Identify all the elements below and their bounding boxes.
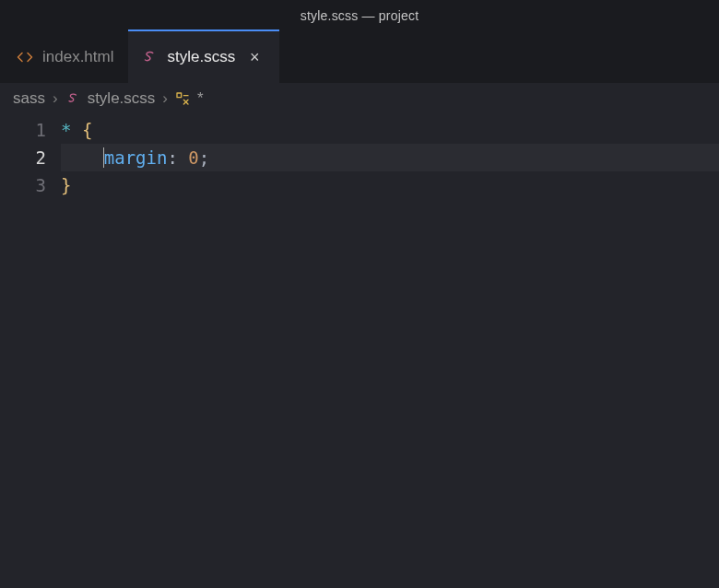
line-number: 3: [0, 171, 46, 199]
code-token: 0: [188, 147, 198, 168]
breadcrumb: sass › style.scss › *: [0, 83, 719, 114]
editor-gutter: 123: [0, 114, 61, 588]
tab-index-html[interactable]: index.html: [4, 31, 128, 83]
sass-icon: [141, 49, 158, 65]
code-token: [71, 120, 81, 140]
code-token: [61, 147, 103, 168]
breadcrumb-item-folder[interactable]: sass: [13, 89, 45, 108]
tab-label: style.scss: [167, 48, 235, 66]
tab-label: index.html: [42, 48, 113, 66]
code-token: }: [61, 175, 71, 195]
window-title: style.scss — project: [301, 8, 418, 23]
line-number: 2: [0, 144, 46, 171]
breadcrumb-label: style.scss: [88, 89, 156, 108]
code-editor[interactable]: 123 * { margin: 0;}: [0, 114, 719, 588]
code-token: :: [167, 147, 188, 168]
chevron-right-icon: ›: [51, 89, 60, 108]
code-token: margin: [104, 147, 168, 168]
sass-icon: [65, 91, 80, 106]
window-titlebar: style.scss — project: [0, 0, 719, 31]
tab-bar: index.html style.scss ×: [0, 31, 719, 83]
chevron-right-icon: ›: [160, 89, 170, 108]
code-icon: [17, 49, 33, 65]
breadcrumb-item-file[interactable]: style.scss: [65, 89, 156, 108]
code-token: ;: [199, 147, 209, 168]
breadcrumb-item-symbol[interactable]: *: [175, 89, 204, 108]
breadcrumb-label: *: [197, 89, 204, 108]
editor-content[interactable]: * { margin: 0;}: [61, 114, 719, 588]
code-line[interactable]: * {: [61, 116, 719, 144]
code-token: *: [61, 120, 71, 140]
svg-rect-0: [177, 93, 182, 98]
line-number: 1: [0, 116, 46, 144]
breadcrumb-label: sass: [13, 89, 45, 108]
code-line[interactable]: }: [61, 171, 719, 199]
code-line[interactable]: margin: 0;: [61, 144, 719, 171]
rule-icon: [175, 91, 190, 106]
tab-close-button[interactable]: ×: [244, 47, 265, 67]
tab-style-scss[interactable]: style.scss ×: [128, 31, 279, 83]
close-icon: ×: [250, 49, 260, 65]
code-token: {: [82, 120, 92, 140]
